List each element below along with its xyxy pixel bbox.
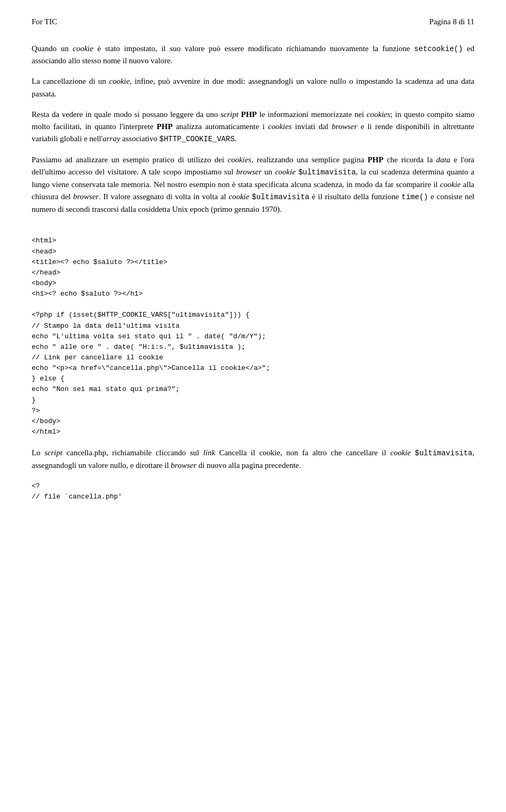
paragraph-1: Quando un cookie è stato impostato, il s… bbox=[32, 43, 474, 67]
paragraph-2: La cancellazione di un cookie, infine, p… bbox=[32, 75, 474, 100]
paragraph-5: Lo script cancella.php, richiamabile cli… bbox=[32, 447, 474, 472]
code-block-2: <? // file `cancella.php' bbox=[32, 481, 474, 502]
code-block-1: <html> <head> <title><? echo $saluto ?><… bbox=[32, 225, 474, 437]
page-header: For TIC Pagina 8 di 11 bbox=[32, 16, 474, 28]
main-content: Quando un cookie è stato impostato, il s… bbox=[32, 43, 474, 503]
header-right: Pagina 8 di 11 bbox=[429, 16, 474, 28]
header-left: For TIC bbox=[32, 16, 57, 28]
paragraph-4: Passiamo ad analizzare un esempio pratic… bbox=[32, 154, 474, 216]
paragraph-3: Resta da vedere in quale modo si possano… bbox=[32, 109, 474, 145]
